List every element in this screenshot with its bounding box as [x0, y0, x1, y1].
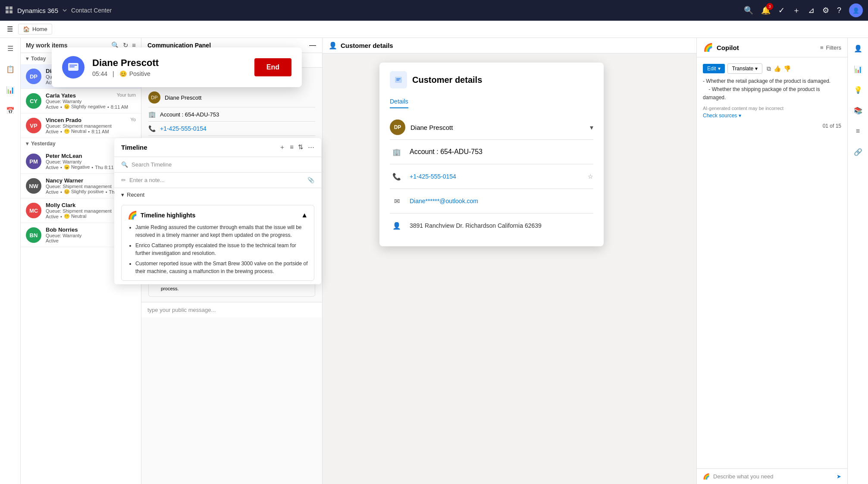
sentiment-emoji: 😊 [119, 70, 127, 77]
card-name-avatar: DP [390, 119, 405, 135]
end-call-button[interactable]: End [254, 58, 291, 76]
notifications-button[interactable]: 🔔 3 [761, 6, 771, 15]
name-carla: Carla Yates [46, 92, 76, 99]
name-bob: Bob Norries [46, 226, 78, 233]
ai-note: AI-generated content may be incorrect [703, 106, 841, 111]
cust-name-section: DP Diane Prescott [148, 88, 315, 107]
right-rail-icon-4[interactable]: 📚 [851, 104, 865, 117]
cust-card-icon [390, 71, 407, 88]
highlights-copilot-icon: 🌈 [128, 211, 137, 220]
call-separator: | [113, 70, 114, 77]
secondary-navigation: ☰ 🏠 Home [0, 21, 868, 38]
yesterday-chevron[interactable]: ▾ [26, 141, 28, 147]
right-rail-icon-3[interactable]: 💡 [851, 83, 865, 97]
translate-button[interactable]: Translate ▾ [727, 63, 763, 74]
timeline-search-icon: 🔍 [121, 161, 128, 168]
right-rail-icon-6[interactable]: 🔗 [851, 145, 865, 159]
check-sources-link[interactable]: Check sources ▾ [703, 113, 841, 119]
hamburger-menu[interactable]: ☰ [7, 25, 13, 33]
timeline-search-text: Search Timeline [132, 161, 172, 168]
work-item-vincen[interactable]: VP Vincen Prado Yo Queue: Shipment manag… [21, 113, 141, 138]
thumbs-up-icon[interactable]: 👍 [774, 65, 781, 72]
timeline-filter-icon[interactable]: ≡ [290, 143, 294, 151]
account-icon: 🏢 [148, 111, 156, 118]
filter-icon: ≡ [820, 44, 824, 51]
yesterday-label: Yesterday [31, 141, 56, 147]
user-avatar[interactable]: 👤 [849, 3, 863, 17]
recent-toggle[interactable]: ▾ [121, 192, 124, 198]
card-phone[interactable]: +1-425-555-0154 [410, 173, 456, 180]
rail-icon-3[interactable]: 📊 [3, 83, 17, 97]
pagination: 01 of 15 [703, 123, 841, 129]
copilot-input-area[interactable]: 🌈 Describe what you need ➤ [697, 468, 847, 484]
copilot-content: Edit ▾ Translate ▾ ⧉ 👍 👎 - Whether the r… [697, 57, 847, 468]
phone-row: 📞 +1-425-555-0154 [148, 122, 315, 136]
svg-rect-0 [6, 6, 9, 9]
translate-label: Translate [732, 66, 754, 72]
timeline-add-icon[interactable]: ＋ [279, 143, 285, 151]
cust-main-name: Diane Prescott [165, 94, 201, 101]
card-customer-name: Diane Prescott [410, 124, 585, 131]
tasks-button[interactable]: ✓ [778, 6, 785, 15]
avatar-molly: MC [26, 203, 41, 218]
svg-rect-3 [9, 10, 13, 13]
timeline-widget-header: Timeline ＋ ≡ ⇅ ⋯ [114, 138, 321, 157]
customer-panel-icon: 👤 [329, 41, 337, 50]
call-avatar [62, 56, 85, 79]
timeline-recent-header: ▾ Recent [114, 188, 321, 201]
card-phone-icon: 📞 [390, 170, 404, 183]
search-button[interactable]: 🔍 [744, 6, 753, 15]
chat-input-area[interactable]: type your public message... [141, 302, 322, 317]
add-button[interactable]: ＋ [793, 5, 800, 16]
rail-icon-1[interactable]: ☰ [3, 41, 17, 55]
edit-button[interactable]: Edit ▾ [703, 64, 725, 73]
home-button[interactable]: 🏠 Home [18, 24, 52, 35]
timeline-sort-icon[interactable]: ⇅ [298, 143, 304, 151]
phone-value[interactable]: +1-425-555-0154 [160, 125, 207, 132]
cust-card-header: Customer details [390, 71, 593, 88]
thumbs-down-icon[interactable]: 👎 [783, 65, 791, 72]
svg-rect-7 [396, 80, 399, 81]
customer-card-icon-svg [394, 75, 403, 84]
sentiment-text: Positive [129, 70, 150, 77]
card-name-row: DP Diane Prescott ▾ [390, 115, 593, 140]
card-star-icon[interactable]: ☆ [588, 173, 593, 180]
name-molly: Molly Clark [46, 202, 75, 208]
highlights-expand[interactable]: ▲ [301, 211, 308, 219]
right-rail-icon-1[interactable]: 👤 [851, 41, 865, 55]
right-rail-icon-2[interactable]: 📊 [851, 62, 865, 76]
copilot-send-icon[interactable]: ➤ [837, 473, 841, 480]
call-info: Diane Prescott 05:44 | 😊 Positive [92, 57, 247, 77]
call-details: 05:44 | 😊 Positive [92, 70, 247, 77]
top-nav-icons: 🔍 🔔 3 ✓ ＋ ⊿ ⚙ ? 👤 [744, 3, 863, 17]
note-placeholder-text: Enter a note... [129, 177, 165, 183]
filter-button[interactable]: ⊿ [808, 6, 815, 15]
app-brand[interactable]: Dynamics 365 Contact Center [5, 6, 112, 15]
highlights-card-header: 🌈 Timeline highlights ▲ [128, 211, 308, 220]
chat-placeholder: type your public message... [147, 307, 216, 313]
card-email[interactable]: Diane******@outlook.com [410, 198, 478, 204]
translate-chevron: ▾ [755, 66, 758, 72]
card-account-row: 🏢 Account : 654-ADU-753 [390, 140, 593, 164]
rail-icon-2[interactable]: 📋 [3, 62, 17, 76]
rail-icon-4[interactable]: 📅 [3, 104, 17, 117]
settings-button[interactable]: ⚙ [822, 6, 829, 15]
highlight-overlay-3: Customer reported issue with the Smart B… [135, 260, 308, 275]
note-attach-icon[interactable]: 📎 [307, 177, 314, 183]
highlights-title: 🌈 Timeline highlights [128, 211, 195, 220]
help-button[interactable]: ? [837, 6, 841, 15]
right-rail-icon-5[interactable]: ≡ [851, 124, 865, 138]
details-tab-active[interactable]: Details [390, 95, 408, 108]
timeline-more-icon[interactable]: ⋯ [308, 143, 314, 151]
timeline-search-bar[interactable]: 🔍 Search Timeline [114, 157, 321, 173]
card-address-row: 👤 3891 Ranchview Dr. Richardson Californ… [390, 214, 593, 238]
today-chevron[interactable]: ▾ [26, 56, 28, 62]
work-item-carla[interactable]: CY Carla Yates Your turn Queue: Warranty… [21, 89, 141, 113]
copy-icon[interactable]: ⧉ [767, 65, 771, 72]
card-name-chevron[interactable]: ▾ [590, 123, 593, 132]
timeline-note-bar[interactable]: ✏ Enter a note... 📎 [114, 173, 321, 188]
copilot-filters[interactable]: ≡ Filters [820, 44, 841, 51]
right-rail: 👤 📊 💡 📚 ≡ 🔗 [847, 38, 868, 484]
home-label: Home [32, 26, 47, 32]
comm-minimize[interactable]: — [309, 41, 316, 49]
